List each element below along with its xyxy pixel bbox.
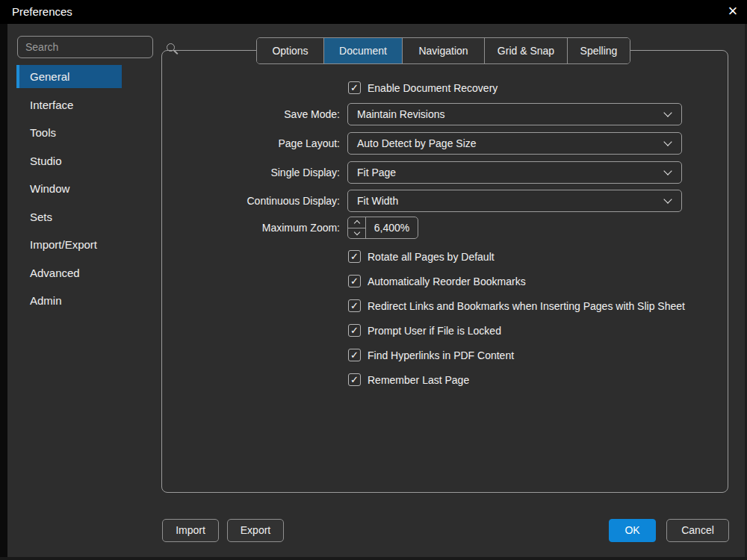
find-hyperlinks-label: Find Hyperlinks in PDF Content [368,349,514,362]
sidebar-nav: General Interface Tools Studio Window Se… [16,65,122,317]
single-display-label: Single Display: [161,161,340,184]
enable-document-recovery-label: Enable Document Recovery [368,81,498,95]
sidebar-item-admin[interactable]: Admin [16,289,122,312]
window-frame-left [0,24,7,560]
enable-document-recovery-checkbox[interactable]: ✓ [348,81,361,94]
tab-spelling[interactable]: Spelling [567,38,630,63]
cancel-button[interactable]: Cancel [666,519,729,542]
sidebar-item-window[interactable]: Window [16,177,122,200]
continuous-display-label: Continuous Display: [161,190,340,212]
tab-navigation[interactable]: Navigation [402,38,484,63]
save-mode-label: Save Mode: [161,103,340,125]
preferences-dialog: { "window": { "title": "Preferences", "c… [0,0,747,560]
checkmark-icon: ✓ [350,374,359,385]
save-mode-value: Maintain Revisions [348,104,665,125]
window-frame-bottom [0,557,747,560]
remember-last-page-checkbox[interactable]: ✓ [348,373,361,386]
stepper-down-button[interactable] [348,228,365,239]
checkmark-icon: ✓ [350,325,359,336]
ok-button[interactable]: OK [609,519,656,542]
checkmark-icon: ✓ [350,82,359,93]
chevron-down-icon [663,195,672,203]
import-button[interactable]: Import [162,519,219,542]
sidebar-item-studio[interactable]: Studio [16,149,122,172]
close-icon[interactable]: × [723,2,743,22]
sidebar-item-interface[interactable]: Interface [16,93,122,116]
export-button[interactable]: Export [227,519,284,542]
title-bar: Preferences × [0,0,747,24]
maximum-zoom-stepper[interactable]: 6,400% [347,217,418,239]
checkmark-icon: ✓ [350,276,359,287]
tab-options[interactable]: Options [257,38,323,63]
rotate-all-pages-checkbox[interactable]: ✓ [348,250,361,263]
find-hyperlinks-checkbox[interactable]: ✓ [348,349,361,361]
search-box[interactable] [17,36,153,58]
single-display-select[interactable]: Fit Page [347,161,682,184]
window-title: Preferences [12,0,72,24]
prompt-if-locked-label: Prompt User if File is Locked [368,324,501,337]
maximum-zoom-value[interactable]: 6,400% [366,217,418,238]
page-layout-label: Page Layout: [161,132,340,155]
stepper-up-button[interactable] [348,217,365,228]
save-mode-select[interactable]: Maintain Revisions [347,103,682,125]
chevron-up-icon [353,220,359,226]
auto-reorder-bookmarks-checkbox[interactable]: ✓ [348,275,361,287]
chevron-down-icon [663,137,672,146]
checkmark-icon: ✓ [350,349,359,361]
checkmark-icon: ✓ [350,251,359,262]
sidebar-item-advanced[interactable]: Advanced [16,261,122,284]
search-input[interactable] [18,41,167,53]
checkmark-icon: ✓ [350,300,359,311]
sidebar-item-general[interactable]: General [16,65,122,88]
continuous-display-select[interactable]: Fit Width [347,190,682,212]
tab-grid-snap[interactable]: Grid & Snap [484,38,567,63]
continuous-display-value: Fit Width [348,190,665,211]
sidebar-item-sets[interactable]: Sets [16,205,122,228]
chevron-down-icon [663,108,672,116]
preferences-tabs: Options Document Navigation Grid & Snap … [256,37,630,64]
prompt-if-locked-checkbox[interactable]: ✓ [348,324,361,337]
sidebar-item-import-export[interactable]: Import/Export [16,233,122,256]
page-layout-select[interactable]: Auto Detect by Page Size [347,132,682,155]
chevron-down-icon [663,167,672,175]
page-layout-value: Auto Detect by Page Size [348,133,665,154]
redirect-links-checkbox[interactable]: ✓ [348,299,361,312]
sidebar-item-tools[interactable]: Tools [16,121,122,144]
tab-document[interactable]: Document [323,38,402,63]
rotate-all-pages-label: Rotate all Pages by Default [368,250,495,264]
maximum-zoom-label: Maximum Zoom: [161,217,340,239]
remember-last-page-label: Remember Last Page [368,373,469,387]
single-display-value: Fit Page [348,162,665,183]
auto-reorder-bookmarks-label: Automatically Reorder Bookmarks [368,275,526,288]
redirect-links-label: Redirect Links and Bookmarks when Insert… [368,299,685,313]
stepper-buttons [348,217,366,238]
chevron-down-icon [353,229,359,235]
